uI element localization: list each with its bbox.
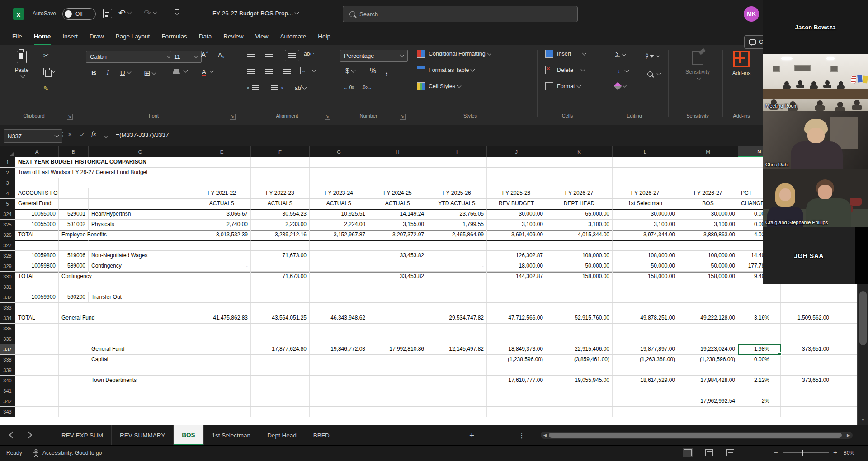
cell-A2[interactable]: Town of East Windsor FY 26-27 General Fu… [15,168,59,178]
cell-M338[interactable]: (1,238,596.00) [678,355,738,365]
cell-C343[interactable] [89,407,193,417]
cell-M339[interactable] [678,365,738,375]
cell-L340[interactable]: 18,614,529.00 [613,376,678,386]
cell-G3[interactable] [310,178,368,188]
cell-G333[interactable] [310,303,368,313]
cell-C339[interactable] [89,365,193,375]
ribbon-tab-file[interactable]: File [12,28,22,45]
cell-K331[interactable] [546,282,613,292]
cell-M327[interactable] [678,240,738,250]
cell-K341[interactable] [546,386,613,396]
sheet-tab-bbfd[interactable]: BBFD [305,425,338,446]
cell-O336[interactable] [781,334,834,344]
cell-G334[interactable]: 46,343,948.62 [310,313,368,323]
cell-L330[interactable]: 158,000.00 [613,272,678,282]
cell-H328[interactable]: 33,453.82 [368,251,427,261]
cell-A341[interactable] [15,386,59,396]
cell-C328[interactable]: Non-Negotiated Wages [89,251,193,261]
cell-E2[interactable] [193,168,251,178]
cell-H343[interactable] [368,407,427,417]
row-header-331[interactable]: 331 [0,282,15,292]
cell-O341[interactable] [781,386,834,396]
align-center-button[interactable] [265,69,273,75]
cell-L341[interactable] [613,386,678,396]
grow-font-button[interactable]: A˄ [201,51,208,60]
format-as-table-button[interactable]: Format as Table [417,66,474,74]
cell-K343[interactable] [546,407,613,417]
alignment-dialog-launcher[interactable]: ↘ [325,114,330,120]
cell-H340[interactable] [368,376,427,386]
cell-M343[interactable] [678,407,738,417]
cell-N341[interactable] [738,386,781,396]
cell-C333[interactable] [89,303,193,313]
cell-A332[interactable]: 10059900 [15,292,59,302]
insert-function-button[interactable]: fx [91,130,96,138]
cell-K340[interactable]: 19,055,945.00 [546,376,613,386]
cell-E330[interactable] [193,272,251,282]
cell-H334[interactable] [368,313,427,323]
cell-K332[interactable] [546,292,613,302]
cell-H341[interactable] [368,386,427,396]
cell-O332[interactable] [781,292,834,302]
cell-L331[interactable] [613,282,678,292]
cell-A339[interactable] [15,365,59,375]
cell-A328[interactable]: 10059800 [15,251,59,261]
row-header-1[interactable]: 1 [0,157,15,167]
zoom-slider[interactable] [783,452,829,453]
cell-M334[interactable]: 49,222,128.00 [678,313,738,323]
cell-E334[interactable]: 41,475,862.83 [193,313,251,323]
cell-H324[interactable]: 14,149.24 [368,209,427,219]
row-header-334[interactable]: 334 [0,313,15,323]
cell-K333[interactable] [546,303,613,313]
sheet-options-button[interactable]: ⋮ [518,425,525,446]
cell-A340[interactable] [15,376,59,386]
ribbon-tab-data[interactable]: Data [199,28,212,45]
comma-format-button[interactable]: , [385,65,388,77]
cell-C5[interactable] [89,199,193,210]
cell-E324[interactable]: 3,066.67 [193,209,251,219]
autosave-toggle[interactable]: Off [62,8,96,20]
cell-K327[interactable] [546,240,613,250]
cell-C332[interactable]: Transfer Out [89,292,193,302]
cell-L342[interactable] [613,396,678,406]
cell-M337[interactable]: 19,223,024.00 [678,344,738,354]
cell-B337[interactable] [59,344,89,354]
cell-H339[interactable] [368,365,427,375]
formula-input[interactable]: =(M337-J337)/J337 [116,132,169,138]
cell-J337[interactable]: 18,849,373.00 [487,344,546,354]
format-cells-button[interactable]: Format [545,82,580,90]
cell-L339[interactable] [613,365,678,375]
cell-J3[interactable] [487,178,546,188]
cell-L343[interactable] [613,407,678,417]
cell-E341[interactable] [193,386,251,396]
cell-C340[interactable]: Town Departments [89,376,193,386]
row-header-328[interactable]: 328 [0,251,15,261]
column-header-L[interactable]: L [613,146,678,157]
cell-N334[interactable]: 3.16% [738,313,781,323]
row-header-343[interactable]: 343 [0,407,15,417]
cell-E342[interactable] [193,396,251,406]
cell-L334[interactable]: 49,878,251.00 [613,313,678,323]
cell-E329[interactable]: - [193,261,251,271]
column-header-B[interactable]: B [59,146,89,157]
redo-button[interactable]: ↷ [144,8,156,18]
cell-M330[interactable]: 158,000.00 [678,272,738,282]
ribbon-tab-page-layout[interactable]: Page Layout [116,28,150,45]
number-format-combo[interactable]: Percentage [340,50,408,62]
cell-J336[interactable] [487,334,546,344]
cell-I335[interactable] [427,324,487,334]
format-painter-button[interactable]: ✎ [43,85,49,92]
cell-O340[interactable]: 373,651.00 [781,376,834,386]
cell-F336[interactable] [251,334,310,344]
cell-I5[interactable]: YTD ACTUALS [427,199,487,210]
cell-A326[interactable]: TOTAL [15,230,59,241]
cell-O335[interactable] [781,324,834,334]
cell-G331[interactable] [310,282,368,292]
cell-B327[interactable] [59,240,89,250]
cell-C4[interactable] [89,188,193,198]
cell-M326[interactable]: 3,889,863.00 [678,230,738,241]
cell-B339[interactable] [59,365,89,375]
sheet-tab-1st-selectman[interactable]: 1st Selectman [204,425,259,446]
cell-I4[interactable]: FY 2025-26 [427,188,487,198]
cell-B329[interactable]: 589000 [59,261,89,271]
